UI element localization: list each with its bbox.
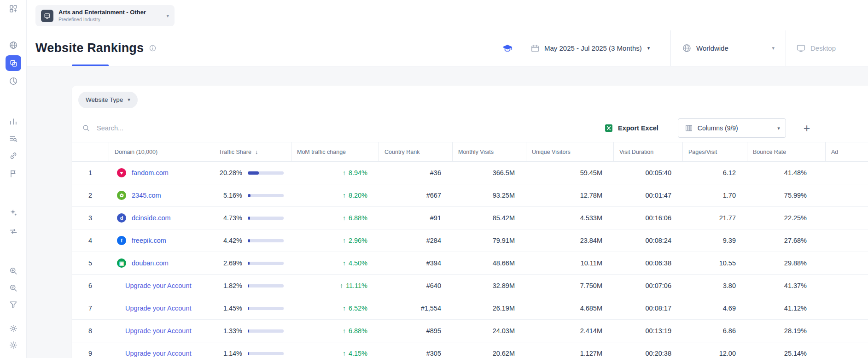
sidebar bbox=[0, 0, 27, 358]
rank-cell: 3 bbox=[72, 207, 109, 229]
compare-icon[interactable] bbox=[6, 223, 21, 239]
table-row: 4ffreepik.com4.42%↑2.96%#28479.91M23.84M… bbox=[72, 229, 868, 252]
search-insights-icon[interactable] bbox=[6, 280, 21, 296]
trend-up-icon: ↑ bbox=[343, 350, 346, 357]
link-icon[interactable] bbox=[6, 148, 21, 164]
website-type-filter[interactable]: Website Type ▾ bbox=[78, 92, 138, 108]
calendar-icon bbox=[530, 44, 540, 53]
traffic-share-bar bbox=[248, 239, 284, 242]
bounce-rate-cell: 28.19% bbox=[747, 320, 825, 342]
pages-per-visit-cell: 10.55 bbox=[682, 252, 747, 274]
domain-link[interactable]: fandom.com bbox=[132, 169, 169, 176]
device-selector[interactable]: Desktop bbox=[786, 30, 868, 66]
reports-icon[interactable] bbox=[6, 166, 21, 182]
industry-selector[interactable]: Arts and Entertainment - Other Predefine… bbox=[35, 5, 175, 26]
mom-change-cell: ↑4.15% bbox=[291, 342, 379, 358]
header-controls: May 2025 - Jul 2025 (3 Months) ▾ Worldwi… bbox=[493, 30, 868, 66]
site-favicon: ✿ bbox=[117, 191, 126, 200]
traffic-share-bar bbox=[248, 262, 284, 265]
column-header[interactable]: Ad bbox=[825, 142, 868, 161]
info-icon[interactable] bbox=[149, 44, 157, 52]
domain-cell: ▣douban.com bbox=[109, 252, 213, 274]
country-rank-cell: #640 bbox=[379, 275, 452, 297]
pages-per-visit-cell: 21.77 bbox=[682, 207, 747, 229]
monthly-visits-cell: 93.25M bbox=[452, 184, 526, 206]
traffic-share-cell: 1.82% bbox=[213, 275, 291, 297]
market-share-icon[interactable] bbox=[6, 73, 21, 89]
sort-descending-icon[interactable]: ↓ bbox=[255, 148, 258, 155]
add-button[interactable]: + bbox=[801, 122, 813, 135]
upgrade-account-link[interactable]: Upgrade your Account bbox=[125, 327, 191, 335]
benchmark-icon[interactable] bbox=[6, 114, 21, 129]
upgrade-account-link[interactable]: Upgrade your Account bbox=[125, 282, 191, 289]
unique-visitors-cell: 7.750M bbox=[526, 275, 613, 297]
zoom-in-icon[interactable] bbox=[6, 263, 21, 279]
bounce-rate-cell: 25.14% bbox=[747, 342, 825, 358]
website-analysis-icon[interactable] bbox=[6, 37, 21, 53]
industry-analysis-icon[interactable] bbox=[6, 55, 21, 71]
search-input[interactable] bbox=[96, 124, 243, 132]
column-header[interactable]: Domain (10,000) bbox=[109, 142, 213, 161]
columns-label: Columns (9/9) bbox=[698, 124, 738, 132]
country-rank-cell: #305 bbox=[379, 342, 452, 358]
region-selector[interactable]: Worldwide ▾ bbox=[671, 30, 786, 66]
column-header[interactable]: Traffic Share↓ bbox=[213, 142, 291, 161]
ads-cell bbox=[825, 275, 868, 297]
traffic-share-bar bbox=[248, 307, 284, 310]
table-row: 2✿2345.com5.16%↑8.20%#66793.25M12.78M00:… bbox=[72, 184, 868, 207]
columns-selector[interactable]: Columns (9/9) ▾ bbox=[678, 118, 786, 138]
integrations-gear-icon[interactable] bbox=[6, 321, 21, 336]
column-header[interactable]: Visit Duration bbox=[613, 142, 682, 161]
visit-duration-cell: 00:07:06 bbox=[613, 275, 682, 297]
upgrade-account-link[interactable]: Upgrade your Account bbox=[125, 350, 191, 357]
date-range-selector[interactable]: May 2025 - Jul 2025 (3 Months) ▾ bbox=[522, 30, 670, 66]
column-header[interactable]: Unique Visitors bbox=[526, 142, 613, 161]
monthly-visits-cell: 26.19M bbox=[452, 297, 526, 319]
domain-link[interactable]: freepik.com bbox=[132, 237, 166, 244]
traffic-share-bar bbox=[248, 171, 284, 175]
chevron-down-icon: ▾ bbox=[128, 97, 130, 102]
keyword-list-icon[interactable] bbox=[6, 131, 21, 147]
column-header[interactable]: Bounce Rate bbox=[747, 142, 825, 161]
domain-link[interactable]: douban.com bbox=[132, 259, 169, 267]
mom-change-cell: ↑2.96% bbox=[291, 229, 379, 252]
industry-subtitle: Predefined Industry bbox=[58, 17, 146, 23]
ads-cell bbox=[825, 320, 868, 342]
domain-link[interactable]: 2345.com bbox=[132, 192, 161, 199]
columns-icon bbox=[685, 124, 693, 132]
table-row: 8Upgrade your Account1.33%↑6.88%#89524.0… bbox=[72, 320, 868, 342]
trend-up-icon: ↑ bbox=[343, 259, 346, 267]
table-row: 1♥fandom.com20.28%↑8.94%#36366.5M59.45M0… bbox=[72, 162, 868, 184]
visit-duration-cell: 00:08:17 bbox=[613, 297, 682, 319]
rankings-card: Website Type ▾ Export Excel bbox=[72, 86, 868, 358]
domain-cell: Upgrade your Account bbox=[109, 342, 213, 358]
filter-funnel-icon[interactable] bbox=[6, 297, 21, 312]
column-header[interactable]: Pages/Visit bbox=[682, 142, 747, 161]
chevron-down-icon: ▾ bbox=[777, 126, 780, 131]
ads-cell bbox=[825, 342, 868, 358]
ads-cell bbox=[825, 252, 868, 274]
export-excel-label: Export Excel bbox=[618, 124, 658, 132]
trend-up-icon: ↑ bbox=[343, 214, 346, 222]
industry-title: Arts and Entertainment - Other bbox=[58, 9, 146, 16]
table-header-row: Domain (10,000)Traffic Share↓MoM traffic… bbox=[72, 142, 868, 162]
visit-duration-cell: 00:01:47 bbox=[613, 184, 682, 206]
website-type-filter-label: Website Type bbox=[86, 96, 123, 103]
workspace-icon[interactable] bbox=[6, 1, 21, 17]
traffic-share-cell: 5.16% bbox=[213, 184, 291, 206]
pages-per-visit-cell: 3.80 bbox=[682, 275, 747, 297]
monthly-visits-cell: 24.03M bbox=[452, 320, 526, 342]
upgrade-account-link[interactable]: Upgrade your Account bbox=[125, 305, 191, 312]
column-header[interactable]: Monthly Visits bbox=[452, 142, 526, 161]
column-header[interactable]: MoM traffic change bbox=[291, 142, 379, 161]
domain-link[interactable]: dcinside.com bbox=[132, 214, 171, 222]
academy-button[interactable] bbox=[493, 30, 522, 66]
ai-sparkles-icon[interactable] bbox=[6, 205, 21, 220]
settings-gear-icon[interactable] bbox=[6, 337, 21, 353]
traffic-share-bar bbox=[248, 217, 284, 220]
country-rank-cell: #91 bbox=[379, 207, 452, 229]
column-header[interactable]: Country Rank bbox=[379, 142, 452, 161]
excel-icon bbox=[604, 123, 613, 133]
export-excel-button[interactable]: Export Excel bbox=[601, 123, 661, 133]
chevron-down-icon: ▾ bbox=[772, 46, 775, 51]
